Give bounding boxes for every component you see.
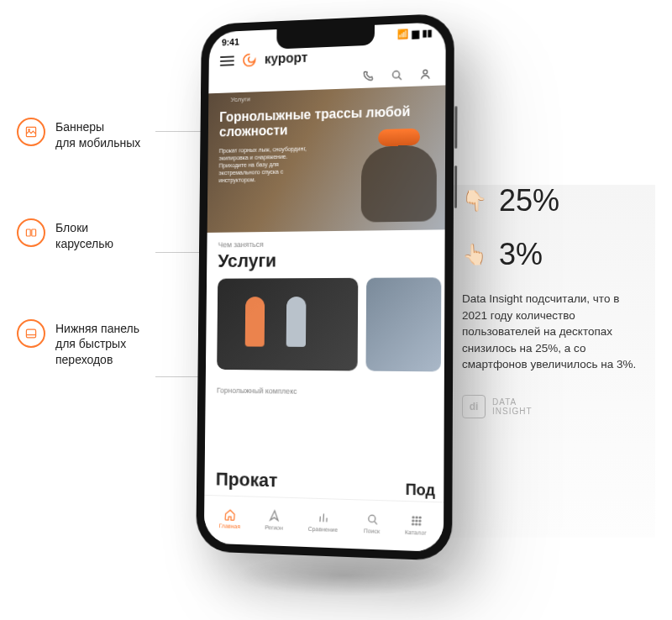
image-icon bbox=[17, 118, 45, 146]
nav-item-home[interactable]: Главная bbox=[219, 507, 242, 529]
search-icon bbox=[365, 512, 379, 527]
section-title-partial: Под bbox=[405, 481, 435, 500]
stat-up: 👆🏻 3% bbox=[462, 237, 638, 272]
nav-label: Поиск bbox=[363, 528, 380, 534]
section-eyebrow: Горнолыжный комплекс bbox=[206, 378, 444, 400]
nav-item-region[interactable]: Регион bbox=[265, 509, 284, 531]
wifi-icon: ▆ bbox=[412, 28, 419, 39]
logo-mark: di bbox=[462, 395, 486, 418]
callout-label: Баннеры для мобильных bbox=[55, 118, 140, 151]
phone-mockup: 9:41 📶 ▆ ▮▮ курорт Услуги Горнолыжные bbox=[193, 17, 470, 605]
status-time: 9:41 bbox=[222, 36, 239, 47]
nav-arrow-icon bbox=[268, 509, 281, 523]
data-insight-logo: di DATA INSIGHT bbox=[462, 395, 638, 418]
panel-bottom-icon bbox=[17, 319, 45, 348]
callout-bottom-nav: Нижняя панель для быстрых переходов bbox=[17, 319, 176, 369]
nav-label: Регион bbox=[265, 524, 283, 531]
hero-image bbox=[328, 110, 445, 233]
battery-icon: ▮▮ bbox=[423, 28, 433, 39]
hero-banner[interactable]: Услуги Горнолыжные трассы любой сложност… bbox=[207, 85, 446, 232]
svg-point-6 bbox=[423, 70, 428, 74]
svg-point-11 bbox=[412, 520, 414, 522]
nav-item-compare[interactable]: Сравнение bbox=[308, 511, 339, 533]
search-icon[interactable] bbox=[390, 68, 403, 82]
hamburger-icon[interactable] bbox=[220, 55, 234, 66]
svg-point-13 bbox=[419, 520, 421, 522]
nav-item-search[interactable]: Поиск bbox=[363, 512, 381, 534]
phone-frame: 9:41 📶 ▆ ▮▮ курорт Услуги Горнолыжные bbox=[196, 13, 454, 560]
svg-point-12 bbox=[416, 520, 417, 522]
carousel-card[interactable] bbox=[365, 277, 441, 371]
section-eyebrow: Чем заняться bbox=[207, 229, 444, 250]
point-down-icon: 👇🏻 bbox=[462, 189, 487, 213]
callouts-column: Баннеры для мобильных Блоки каруселью Ни… bbox=[17, 118, 176, 435]
svg-rect-2 bbox=[26, 229, 30, 236]
svg-point-15 bbox=[416, 523, 417, 525]
carousel-row[interactable] bbox=[206, 277, 445, 380]
stat-value: 25% bbox=[499, 183, 559, 218]
svg-rect-4 bbox=[26, 329, 35, 338]
nav-label: Каталог bbox=[405, 529, 427, 536]
stat-value: 3% bbox=[499, 237, 543, 272]
callout-label: Блоки каруселью bbox=[55, 218, 113, 252]
grid-icon bbox=[409, 514, 423, 528]
svg-point-1 bbox=[29, 129, 30, 131]
svg-point-14 bbox=[412, 523, 414, 525]
svg-rect-3 bbox=[32, 229, 36, 236]
nav-label: Сравнение bbox=[308, 526, 339, 533]
compare-icon bbox=[317, 511, 331, 525]
nav-item-catalog[interactable]: Каталог bbox=[405, 513, 428, 535]
svg-point-5 bbox=[393, 71, 400, 78]
svg-point-8 bbox=[412, 517, 414, 518]
callout-carousel: Блоки каруселью bbox=[17, 218, 176, 252]
logo-text: DATA INSIGHT bbox=[492, 397, 533, 416]
stats-column: 👇🏻 25% 👆🏻 3% Data Insight подсчитали, чт… bbox=[462, 183, 638, 418]
phone-notch bbox=[276, 25, 375, 50]
callout-banners: Баннеры для мобильных bbox=[17, 118, 176, 151]
stat-down: 👇🏻 25% bbox=[462, 183, 638, 218]
status-right: 📶 ▆ ▮▮ bbox=[397, 28, 433, 40]
app-title: курорт bbox=[265, 50, 308, 67]
stat-description: Data Insight подсчитали, что в 2021 году… bbox=[462, 291, 638, 373]
signal-icon: 📶 bbox=[397, 29, 409, 40]
logo-icon bbox=[242, 52, 256, 67]
callout-label: Нижняя панель для быстрых переходов bbox=[55, 319, 139, 369]
hero-desc: Прокат горных лыж, сноубординг, экипиров… bbox=[218, 144, 315, 184]
phone-screen: 9:41 📶 ▆ ▮▮ курорт Услуги Горнолыжные bbox=[204, 22, 446, 552]
svg-point-10 bbox=[419, 517, 421, 518]
svg-point-7 bbox=[368, 515, 375, 522]
columns-icon bbox=[17, 218, 45, 247]
svg-point-16 bbox=[419, 523, 421, 525]
point-up-icon: 👆🏻 bbox=[462, 243, 487, 266]
bottom-nav: Главная Регион Сравнение Поиск Каталог bbox=[204, 495, 444, 552]
user-icon[interactable] bbox=[418, 67, 432, 81]
svg-point-9 bbox=[416, 517, 417, 518]
home-icon bbox=[223, 508, 237, 522]
section-title: Услуги bbox=[207, 249, 444, 279]
phone-icon[interactable] bbox=[362, 69, 375, 83]
nav-label: Главная bbox=[219, 523, 241, 529]
carousel-card[interactable] bbox=[217, 278, 358, 371]
